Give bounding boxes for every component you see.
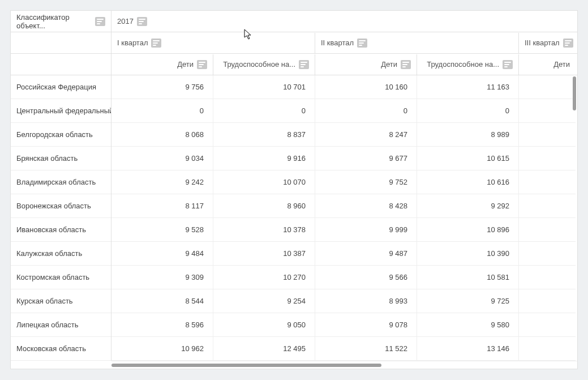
sort-icon[interactable] [197, 60, 207, 69]
data-cell[interactable]: 8 596 [111, 313, 213, 337]
data-cell[interactable]: 8 989 [417, 123, 519, 147]
data-cell[interactable]: 9 487 [315, 242, 417, 266]
data-cell[interactable] [519, 337, 576, 361]
data-cell[interactable]: 8 544 [111, 289, 213, 313]
quarter-header[interactable]: III квартал [519, 33, 577, 53]
row-header[interactable]: Российская Федерация [11, 75, 111, 99]
data-cell[interactable]: 9 756 [111, 75, 213, 99]
data-cell[interactable]: 10 616 [417, 170, 519, 194]
data-cell[interactable]: 9 050 [213, 313, 315, 337]
table-row: 9 52810 3789 99910 896 [111, 218, 577, 242]
row-header[interactable]: Владимирская область [11, 170, 111, 194]
row-header[interactable]: Московская область [11, 337, 111, 361]
sort-icon[interactable] [357, 39, 367, 48]
data-cell[interactable]: 10 160 [315, 75, 417, 99]
data-cell[interactable]: 11 163 [417, 75, 519, 99]
data-cell[interactable]: 8 117 [111, 194, 213, 218]
data-cell[interactable]: 10 378 [213, 218, 315, 242]
column-header[interactable]: Трудоспособное на... [213, 54, 315, 75]
data-cell[interactable]: 9 254 [213, 289, 315, 313]
sort-icon[interactable] [503, 60, 513, 69]
data-cell[interactable]: 9 752 [315, 170, 417, 194]
data-cell[interactable]: 0 [315, 99, 417, 123]
quarter-header[interactable]: I квартал [111, 33, 315, 53]
row-header[interactable]: Липецкая область [11, 313, 111, 337]
data-cell[interactable] [519, 123, 576, 147]
row-header-column: Классификатор объект... Российская Федер… [11, 11, 111, 361]
data-cell[interactable] [519, 218, 576, 242]
sort-icon[interactable] [137, 17, 147, 26]
row-header[interactable]: Курская область [11, 289, 111, 313]
data-cell[interactable]: 9 580 [417, 313, 519, 337]
data-cell[interactable]: 10 701 [213, 75, 315, 99]
data-cell[interactable]: 10 070 [213, 170, 315, 194]
header-spacer [11, 54, 111, 75]
data-cell[interactable]: 11 522 [315, 337, 417, 361]
data-cell[interactable]: 9 566 [315, 266, 417, 289]
scrollbar-thumb[interactable] [111, 364, 381, 367]
data-cell[interactable] [519, 75, 576, 99]
data-cell[interactable]: 8 960 [213, 194, 315, 218]
data-cell[interactable] [519, 194, 576, 218]
data-cell[interactable]: 9 677 [315, 147, 417, 170]
data-cell[interactable] [519, 99, 576, 123]
data-cell[interactable] [519, 170, 576, 194]
data-cell[interactable]: 9 309 [111, 266, 213, 289]
column-header[interactable]: Дети [315, 54, 417, 75]
data-cell[interactable]: 10 270 [213, 266, 315, 289]
horizontal-scrollbar[interactable] [111, 361, 577, 369]
data-cell[interactable] [519, 147, 576, 170]
data-cell[interactable] [519, 266, 576, 289]
corner-header[interactable]: Классификатор объект... [11, 11, 111, 32]
sort-icon[interactable] [563, 39, 573, 48]
column-header[interactable]: Дети [111, 54, 213, 75]
row-header[interactable]: Воронежская область [11, 194, 111, 218]
data-cell[interactable]: 9 292 [417, 194, 519, 218]
row-header[interactable]: Белгородская область [11, 123, 111, 147]
sort-icon[interactable] [95, 17, 105, 26]
data-cell[interactable]: 8 837 [213, 123, 315, 147]
quarter-header[interactable]: II квартал [315, 33, 519, 53]
data-cell[interactable]: 10 581 [417, 266, 519, 289]
sort-icon[interactable] [299, 60, 309, 69]
table-row: 8 5969 0509 0789 580 [111, 313, 577, 337]
data-cell[interactable]: 10 962 [111, 337, 213, 361]
data-cell[interactable] [519, 313, 576, 337]
data-cell[interactable]: 0 [213, 99, 315, 123]
data-cell[interactable]: 10 615 [417, 147, 519, 170]
data-cell[interactable] [519, 242, 576, 266]
table-row: 0000 [111, 99, 577, 123]
row-header[interactable]: Ивановская область [11, 218, 111, 242]
row-header[interactable]: Брянская область [11, 147, 111, 170]
vertical-scrollbar[interactable] [573, 76, 576, 110]
sort-icon[interactable] [151, 39, 161, 48]
data-cell[interactable]: 13 146 [417, 337, 519, 361]
data-cell[interactable]: 12 495 [213, 337, 315, 361]
column-header[interactable]: Дети [519, 54, 576, 74]
data-cell[interactable]: 9 916 [213, 147, 315, 170]
data-cell[interactable]: 9 484 [111, 242, 213, 266]
data-cell[interactable]: 9 034 [111, 147, 213, 170]
sort-icon[interactable] [401, 60, 411, 69]
data-cell[interactable]: 10 387 [213, 242, 315, 266]
data-cell[interactable]: 9 078 [315, 313, 417, 337]
data-cell[interactable] [519, 289, 576, 313]
data-cell[interactable]: 0 [417, 99, 519, 123]
data-cell[interactable]: 8 247 [315, 123, 417, 147]
row-header[interactable]: Костромская область [11, 266, 111, 289]
data-cell[interactable]: 10 390 [417, 242, 519, 266]
data-cell[interactable]: 10 896 [417, 218, 519, 242]
data-cell[interactable]: 9 528 [111, 218, 213, 242]
data-cell[interactable]: 0 [111, 99, 213, 123]
data-cell[interactable]: 8 428 [315, 194, 417, 218]
table-row: 9 0349 9169 67710 615 [111, 147, 577, 170]
row-header[interactable]: Центральный федеральный... [11, 99, 111, 123]
data-cell[interactable]: 9 999 [315, 218, 417, 242]
data-cell[interactable]: 8 068 [111, 123, 213, 147]
data-cell[interactable]: 8 993 [315, 289, 417, 313]
data-cell[interactable]: 9 242 [111, 170, 213, 194]
row-header[interactable]: Калужская область [11, 242, 111, 266]
data-cell[interactable]: 9 725 [417, 289, 519, 313]
year-header[interactable]: 2017 [111, 11, 577, 32]
column-header[interactable]: Трудоспособное на... [417, 54, 519, 75]
